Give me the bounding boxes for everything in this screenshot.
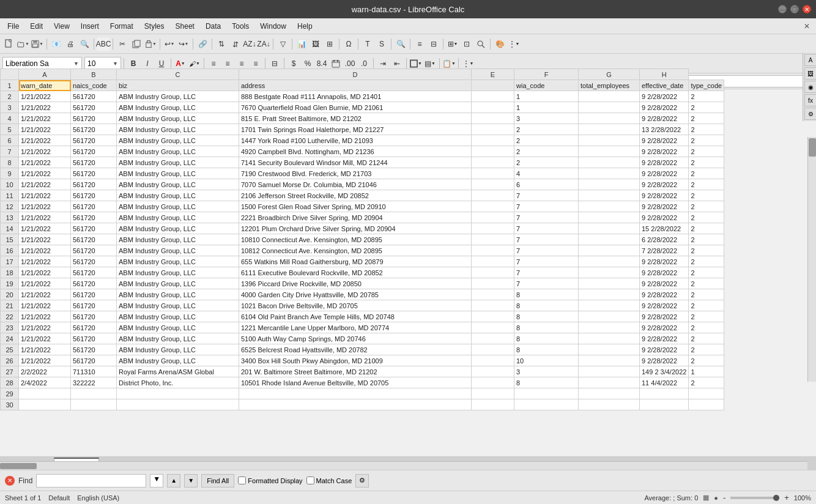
cell[interactable] bbox=[472, 322, 514, 333]
cell[interactable]: ABM Industry Group, LLC bbox=[117, 102, 239, 113]
cell[interactable] bbox=[579, 256, 640, 267]
zoom-slider[interactable] bbox=[730, 497, 779, 499]
cell[interactable]: ABM Industry Group, LLC bbox=[117, 201, 239, 212]
cell[interactable]: 8 bbox=[514, 377, 579, 388]
cell[interactable]: Royal Farms Arena/ASM Global bbox=[117, 366, 239, 377]
cell[interactable]: 201 W. Baltimore Street Baltimore, MD 21… bbox=[239, 366, 472, 377]
cell[interactable]: 1 bbox=[514, 91, 579, 102]
hyperlink-button[interactable]: 🔗 bbox=[196, 37, 209, 51]
cell[interactable]: 5100 Auth Way Camp Springs, MD 20746 bbox=[239, 333, 472, 344]
cell[interactable] bbox=[579, 113, 640, 124]
cell[interactable] bbox=[579, 399, 640, 410]
cell[interactable]: 10501 Rhode Island Avenue Beltsville, MD… bbox=[239, 377, 472, 388]
menu-format[interactable]: Format bbox=[105, 21, 138, 32]
cell[interactable] bbox=[472, 399, 514, 410]
cell[interactable]: 2 bbox=[689, 300, 724, 311]
cell[interactable]: 9 2/28/2022 bbox=[640, 289, 689, 300]
cell[interactable]: 7190 Crestwood Blvd. Frederick, MD 21703 bbox=[239, 168, 472, 179]
cell[interactable]: 561720 bbox=[71, 113, 117, 124]
zoom-percent[interactable]: 100% bbox=[794, 494, 811, 502]
cell[interactable]: ABM Industry Group, LLC bbox=[117, 355, 239, 366]
cell[interactable]: 9 2/28/2022 bbox=[640, 311, 689, 322]
cell[interactable]: 7 bbox=[514, 201, 579, 212]
col-header-H[interactable]: H bbox=[640, 69, 689, 80]
maximize-button[interactable]: ❐ bbox=[790, 5, 799, 13]
row-header-16[interactable]: 16 bbox=[1, 245, 19, 256]
cell[interactable]: 1/21/2022 bbox=[19, 333, 71, 344]
menu-view[interactable]: View bbox=[49, 21, 75, 32]
print-button[interactable]: 🖨 bbox=[64, 37, 77, 51]
row-header-26[interactable]: 26 bbox=[1, 355, 19, 366]
col-header-D[interactable]: D bbox=[239, 69, 472, 80]
cell[interactable] bbox=[472, 212, 514, 223]
cell[interactable]: 561720 bbox=[71, 157, 117, 168]
cell[interactable]: 9 2/28/2022 bbox=[640, 168, 689, 179]
cell[interactable] bbox=[579, 355, 640, 366]
menu-window[interactable]: Window bbox=[255, 21, 291, 32]
cell[interactable]: 7 2/28/2022 bbox=[640, 245, 689, 256]
cell[interactable]: 1/21/2022 bbox=[19, 256, 71, 267]
row-header-3[interactable]: 3 bbox=[1, 102, 19, 113]
cell[interactable] bbox=[71, 388, 117, 399]
find-next-btn[interactable]: ▼ bbox=[184, 474, 198, 487]
cell[interactable]: 561720 bbox=[71, 300, 117, 311]
cell[interactable] bbox=[689, 388, 724, 399]
cell[interactable]: ABM Industry Group, LLC bbox=[117, 234, 239, 245]
cell[interactable]: 2 bbox=[689, 146, 724, 157]
functions-btn[interactable]: fx bbox=[804, 94, 816, 106]
cell[interactable]: ABM Industry Group, LLC bbox=[117, 212, 239, 223]
cell[interactable]: 2 bbox=[689, 102, 724, 113]
cell[interactable]: 2 bbox=[689, 212, 724, 223]
cell[interactable] bbox=[472, 157, 514, 168]
row-header-10[interactable]: 10 bbox=[1, 179, 19, 190]
cell[interactable] bbox=[472, 278, 514, 289]
cell[interactable]: ABM Industry Group, LLC bbox=[117, 168, 239, 179]
cell[interactable]: 1701 Twin Springs Road Halethorpe, MD 21… bbox=[239, 124, 472, 135]
cell[interactable]: 6525 Belcrest Road Hyattsville, MD 20782 bbox=[239, 344, 472, 355]
cell[interactable]: total_employees bbox=[579, 80, 640, 91]
cell[interactable]: 561720 bbox=[71, 124, 117, 135]
cell[interactable]: ABM Industry Group, LLC bbox=[117, 223, 239, 234]
cell[interactable] bbox=[579, 377, 640, 388]
cell[interactable] bbox=[472, 113, 514, 124]
cell[interactable]: 7141 Security Boulevard Windsor Mill, MD… bbox=[239, 157, 472, 168]
menu-insert[interactable]: Insert bbox=[76, 21, 104, 32]
cell[interactable]: 9 2/28/2022 bbox=[640, 355, 689, 366]
cell[interactable]: 149 2 3/4/2022 bbox=[640, 366, 689, 377]
cell[interactable]: 1/21/2022 bbox=[19, 322, 71, 333]
cell[interactable]: 1221 Mercantile Lane Upper Marlboro, MD … bbox=[239, 322, 472, 333]
cell[interactable] bbox=[579, 300, 640, 311]
cell[interactable] bbox=[514, 388, 579, 399]
cell[interactable]: 8 bbox=[514, 289, 579, 300]
row-header-9[interactable]: 9 bbox=[1, 168, 19, 179]
row-header-30[interactable]: 30 bbox=[1, 399, 19, 410]
cell[interactable]: 1/21/2022 bbox=[19, 179, 71, 190]
cell[interactable] bbox=[472, 234, 514, 245]
cell[interactable]: 8 bbox=[514, 333, 579, 344]
cell[interactable]: 1/21/2022 bbox=[19, 344, 71, 355]
cell[interactable] bbox=[579, 223, 640, 234]
row-header-27[interactable]: 27 bbox=[1, 366, 19, 377]
cell[interactable]: 2 bbox=[689, 355, 724, 366]
navigator-btn[interactable]: ◉ bbox=[804, 81, 816, 93]
cell[interactable] bbox=[579, 201, 640, 212]
cell[interactable] bbox=[579, 179, 640, 190]
cell[interactable]: 561720 bbox=[71, 91, 117, 102]
cell[interactable]: 9 2/28/2022 bbox=[640, 278, 689, 289]
zoom-minus-btn[interactable]: - bbox=[723, 493, 725, 502]
row-header-19[interactable]: 19 bbox=[1, 278, 19, 289]
row-header-12[interactable]: 12 bbox=[1, 201, 19, 212]
cell[interactable] bbox=[579, 333, 640, 344]
cell[interactable] bbox=[640, 388, 689, 399]
cell[interactable] bbox=[239, 388, 472, 399]
cell[interactable]: 2 bbox=[689, 124, 724, 135]
cell[interactable] bbox=[579, 168, 640, 179]
cell[interactable]: 6 2/28/2022 bbox=[640, 234, 689, 245]
cell[interactable]: effective_date bbox=[640, 80, 689, 91]
cell[interactable] bbox=[579, 212, 640, 223]
cell[interactable]: 7070 Samuel Morse Dr. Columbia, MD 21046 bbox=[239, 179, 472, 190]
cell[interactable]: 2 bbox=[689, 333, 724, 344]
row-header-14[interactable]: 14 bbox=[1, 223, 19, 234]
h-scroll-thumb[interactable] bbox=[0, 463, 37, 469]
cell[interactable] bbox=[239, 399, 472, 410]
